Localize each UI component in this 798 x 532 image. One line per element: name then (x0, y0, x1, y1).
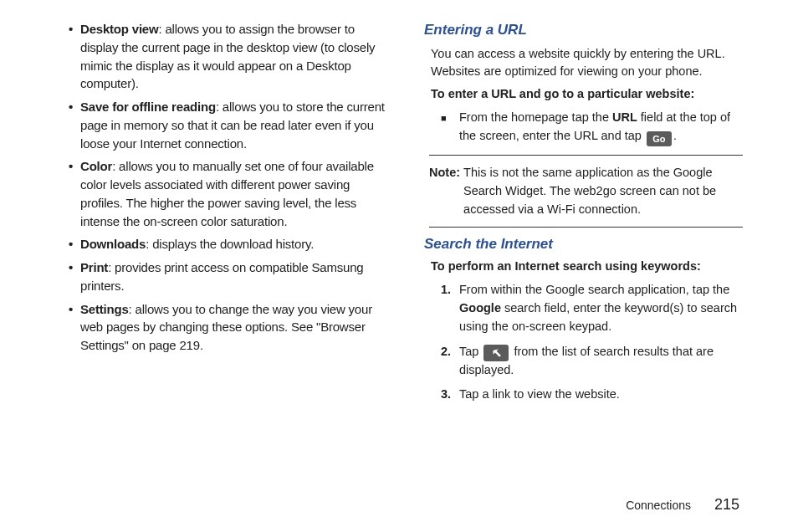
feature-list: Desktop view: allows you to assign the b… (67, 20, 391, 355)
url-intro: You can access a website quickly by ente… (431, 45, 743, 80)
bold-url: URL (612, 110, 637, 124)
step-text: Tap a link to view the website. (459, 386, 743, 404)
url-subhead: To enter a URL and go to a particular we… (431, 87, 743, 100)
search-steps: 1.From within the Google search applicat… (424, 281, 748, 404)
bold-term: Google (459, 301, 501, 315)
feature-item: Desktop view: allows you to assign the b… (67, 20, 391, 93)
left-column: Desktop view: allows you to assign the b… (50, 20, 391, 411)
feature-term: Color (80, 159, 112, 173)
feature-desc: : displays the download history. (146, 237, 314, 251)
note-label: Note: (429, 164, 463, 218)
text-fragment: search field, enter the keyword(s) to se… (459, 301, 737, 333)
text-fragment: From the homepage tap the (459, 110, 612, 124)
search-step: 2.Tap from the list of search results th… (441, 343, 743, 380)
feature-desc: : allows you to manually set one of four… (80, 159, 374, 228)
text-fragment: Tap (459, 345, 482, 358)
url-step-text: From the homepage tap the URL field at t… (459, 109, 743, 146)
footer-page-number: 215 (714, 496, 739, 514)
text-fragment: Tap a link to view the website. (459, 387, 620, 401)
feature-desc: : provides print access on compatible Sa… (80, 260, 364, 293)
heading-entering-url: Entering a URL (424, 22, 748, 38)
go-icon: Go (647, 131, 672, 146)
search-step: 1.From within the Google search applicat… (441, 281, 743, 335)
url-step: ■ From the homepage tap the URL field at… (441, 109, 743, 146)
arrow-icon (483, 345, 509, 361)
note-text: This is not the same application as the … (463, 164, 743, 218)
heading-search-internet: Search the Internet (424, 236, 748, 253)
feature-item: Settings: allows you to change the way y… (67, 300, 391, 355)
feature-term: Desktop view (80, 22, 158, 36)
feature-item: Save for offline reading: allows you to … (67, 98, 391, 152)
search-subhead: To perform an Internet search using keyw… (431, 259, 743, 273)
page-footer: Connections 215 (626, 496, 739, 514)
search-step: 3.Tap a link to view the website. (441, 386, 743, 404)
text-fragment: . (673, 129, 677, 142)
step-number: 3. (441, 386, 459, 404)
feature-term: Downloads (80, 237, 146, 251)
step-number: 2. (441, 343, 459, 380)
divider (429, 227, 743, 228)
square-bullet: ■ (441, 109, 459, 146)
feature-item: Print: provides print access on compatib… (67, 258, 391, 295)
divider (429, 155, 743, 156)
right-column: Entering a URL You can access a website … (424, 20, 748, 411)
step-number: 1. (441, 281, 459, 335)
footer-section: Connections (626, 499, 691, 512)
feature-term: Print (80, 260, 108, 274)
feature-item: Downloads: displays the download history… (67, 235, 391, 253)
text-fragment: From within the Google search applicatio… (459, 283, 729, 296)
step-text: From within the Google search applicatio… (459, 281, 743, 335)
step-text: Tap from the list of search results that… (459, 343, 743, 380)
feature-term: Save for offline reading (80, 100, 216, 114)
feature-item: Color: allows you to manually set one of… (67, 157, 391, 230)
feature-term: Settings (80, 302, 129, 316)
note: Note: This is not the same application a… (429, 164, 743, 218)
